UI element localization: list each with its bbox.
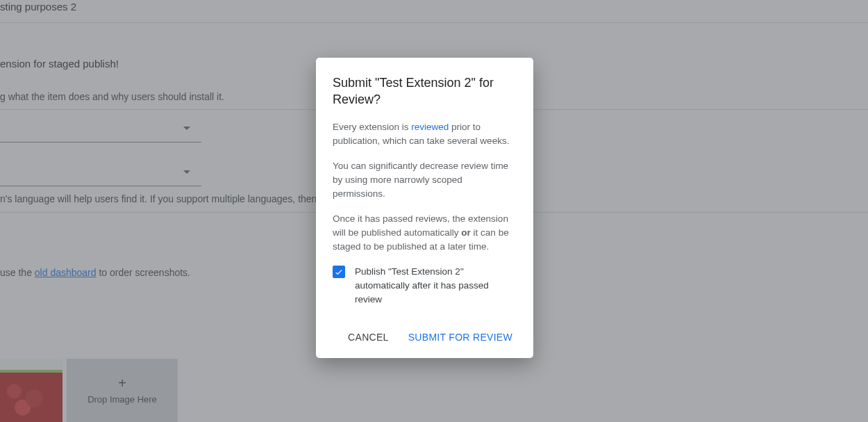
submit-review-dialog: Submit "Test Extension 2" for Review? Ev… [316,58,533,358]
cancel-button[interactable]: CANCEL [344,326,393,348]
submit-for-review-button[interactable]: SUBMIT FOR REVIEW [404,326,517,348]
text-strong: or [461,227,471,238]
dialog-actions: CANCEL SUBMIT FOR REVIEW [333,320,517,348]
check-icon [334,267,344,277]
text-fragment: Every extension is [333,122,411,132]
auto-publish-label: Publish "Test Extension 2" automatically… [355,265,517,307]
dialog-paragraph: You can significantly decrease review ti… [333,159,517,201]
auto-publish-option[interactable]: Publish "Test Extension 2" automatically… [333,265,517,307]
dialog-title: Submit "Test Extension 2" for Review? [333,74,517,108]
dialog-paragraph: Every extension is reviewed prior to pub… [333,120,517,148]
auto-publish-checkbox[interactable] [333,266,345,278]
dialog-body: Every extension is reviewed prior to pub… [333,120,517,320]
dialog-paragraph: Once it has passed reviews, the extensio… [333,212,517,254]
reviewed-link[interactable]: reviewed [411,122,449,132]
